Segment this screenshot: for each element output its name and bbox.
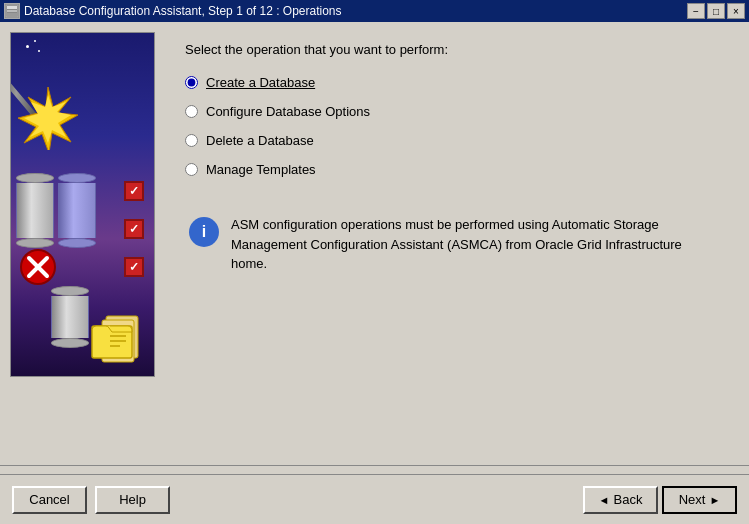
left-buttons: Cancel Help <box>12 486 170 514</box>
back-button[interactable]: ◄ Back <box>583 486 658 514</box>
radio-item-configure[interactable]: Configure Database Options <box>185 104 719 119</box>
radio-label-delete: Delete a Database <box>206 133 314 148</box>
help-button[interactable]: Help <box>95 486 170 514</box>
svg-rect-2 <box>7 10 17 12</box>
radio-item-manage[interactable]: Manage Templates <box>185 162 719 177</box>
radio-manage[interactable] <box>185 163 198 176</box>
cylinder-bottom <box>51 286 89 348</box>
main-content: ✓ ✓ ✓ <box>0 22 749 465</box>
title-bar-left: Database Configuration Assistant, Step 1… <box>4 3 342 19</box>
red-x-icon <box>19 248 57 286</box>
close-button[interactable]: × <box>727 3 745 19</box>
right-buttons: ◄ Back Next ► <box>583 486 737 514</box>
radio-delete[interactable] <box>185 134 198 147</box>
next-arrow-icon: ► <box>709 494 720 506</box>
cylinder-gray <box>16 173 54 248</box>
radio-create[interactable] <box>185 76 198 89</box>
svg-rect-1 <box>7 6 17 9</box>
next-label: Next <box>679 492 706 507</box>
radio-configure[interactable] <box>185 105 198 118</box>
window-title: Database Configuration Assistant, Step 1… <box>24 4 342 18</box>
instruction-text: Select the operation that you want to pe… <box>185 42 719 57</box>
minimize-button[interactable]: − <box>687 3 705 19</box>
info-message: ASM configuration operations must be per… <box>231 215 715 274</box>
check-icon-2: ✓ <box>124 219 144 239</box>
title-bar: Database Configuration Assistant, Step 1… <box>0 0 749 22</box>
info-box: i ASM configuration operations must be p… <box>185 207 719 282</box>
illustration-panel: ✓ ✓ ✓ <box>10 32 155 377</box>
radio-group: Create a Database Configure Database Opt… <box>185 75 719 177</box>
cylinder-blue <box>58 173 96 248</box>
back-label: Back <box>613 492 642 507</box>
check-marks: ✓ ✓ ✓ <box>124 181 144 277</box>
star-burst-icon <box>16 85 81 150</box>
window-controls: − □ × <box>687 3 745 19</box>
next-button[interactable]: Next ► <box>662 486 737 514</box>
cancel-button[interactable]: Cancel <box>12 486 87 514</box>
back-arrow-icon: ◄ <box>599 494 610 506</box>
radio-label-configure: Configure Database Options <box>206 104 370 119</box>
folder-icon <box>88 308 146 366</box>
button-bar: Cancel Help ◄ Back Next ► <box>0 474 749 524</box>
app-icon <box>4 3 20 19</box>
right-content: Select the operation that you want to pe… <box>165 32 739 455</box>
separator <box>0 465 749 466</box>
radio-item-create[interactable]: Create a Database <box>185 75 719 90</box>
radio-item-delete[interactable]: Delete a Database <box>185 133 719 148</box>
radio-label-create: Create a Database <box>206 75 315 90</box>
cylinders-top <box>16 173 96 248</box>
svg-rect-3 <box>7 13 17 16</box>
radio-label-manage: Manage Templates <box>206 162 316 177</box>
info-icon: i <box>189 217 219 247</box>
check-icon-1: ✓ <box>124 181 144 201</box>
maximize-button[interactable]: □ <box>707 3 725 19</box>
check-icon-3: ✓ <box>124 257 144 277</box>
